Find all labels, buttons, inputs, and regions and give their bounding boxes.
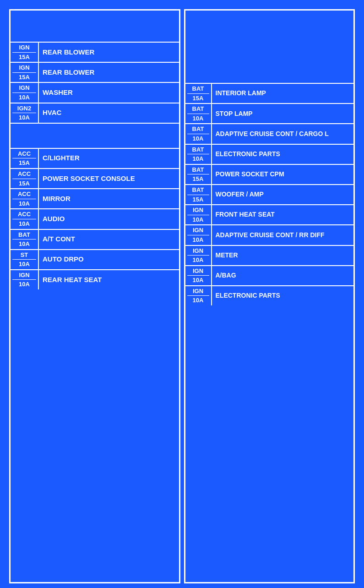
label-cell: ELECTRONIC PARTS: [212, 286, 354, 305]
code-cell: BAT10A: [11, 230, 39, 249]
label-cell: ADAPTIVE CRUISE CONT / RR DIFF: [212, 225, 354, 245]
label-cell: AUTO DRPO: [39, 250, 179, 269]
code-type: IGN: [187, 227, 209, 235]
code-amperage: 10A: [193, 114, 204, 122]
fuse-row: BAT15AINTERIOR LAMP: [185, 84, 354, 104]
fuse-row: IGN10AFRONT HEAT SEAT: [185, 205, 354, 225]
code-type: ACC: [12, 170, 36, 179]
code-cell: ACC15A: [11, 169, 39, 188]
label-cell: REAR BLOWER: [39, 43, 179, 62]
fuse-row: BAT15AWOOFER / AMP: [185, 185, 354, 205]
label-cell: INTERIOR LAMP: [212, 84, 354, 103]
fuse-row: BAT10AADAPTIVE CRUISE CONT / CARGO L: [185, 124, 354, 144]
label-cell: AUDIO: [39, 209, 179, 229]
fuse-label: ADAPTIVE CRUISE CONT / RR DIFF: [216, 231, 325, 240]
code-type: ACC: [12, 211, 36, 219]
code-cell: IGN210A: [11, 103, 39, 123]
code-type: IGN: [12, 272, 36, 280]
code-cell: BAT10A: [185, 145, 212, 164]
fuse-label: REAR BLOWER: [43, 48, 94, 57]
fuse-label: WASHER: [43, 88, 73, 97]
fuse-label: FRONT HEAT SEAT: [216, 211, 275, 219]
code-type: IGN: [187, 267, 209, 276]
fuse-label: ADAPTIVE CRUISE CONT / CARGO L: [216, 130, 329, 138]
code-cell: BAT15A: [185, 84, 212, 103]
fuse-row: IGN210AHVAC: [11, 103, 179, 124]
code-type: ACC: [12, 150, 36, 159]
code-cell: ACC15A: [11, 149, 39, 168]
code-amperage: 10A: [19, 240, 30, 248]
code-cell: IGN10A: [11, 83, 39, 102]
code-amperage: 10A: [193, 235, 204, 244]
code-amperage: 10A: [193, 154, 204, 163]
fuse-row: IGN10AWASHER: [11, 83, 179, 103]
fuse-label: C/LIGHTER: [43, 154, 80, 163]
code-type: IGN: [187, 207, 209, 215]
fuse-label: AUTO DRPO: [43, 255, 84, 264]
fuse-row: ACC10AAUDIO: [11, 209, 179, 229]
fuse-label: METER: [216, 251, 238, 260]
fuse-row: IGN10AADAPTIVE CRUISE CONT / RR DIFF: [185, 225, 354, 245]
empty-row: [11, 124, 179, 149]
fuse-label: REAR BLOWER: [43, 68, 94, 77]
fuse-label: REAR HEAT SEAT: [43, 276, 102, 284]
code-cell: IGN10A: [185, 266, 212, 285]
fuse-row: IGN10AA/BAG: [185, 266, 354, 286]
label-cell: REAR HEAT SEAT: [39, 270, 179, 289]
code-amperage: 15A: [193, 195, 204, 203]
code-cell: BAT15A: [185, 185, 212, 204]
code-amperage: 10A: [193, 276, 204, 284]
code-type: ST: [12, 251, 36, 260]
fuse-row: IGN10AMETER: [185, 246, 354, 266]
right-column: BAT15AINTERIOR LAMPBAT10ASTOP LAMPBAT10A…: [184, 9, 355, 583]
fuse-row: ACC15AC/LIGHTER: [11, 149, 179, 169]
fuse-row: BAT10ASTOP LAMP: [185, 104, 354, 124]
fuse-row: IGN10AREAR HEAT SEAT: [11, 270, 179, 289]
code-type: IGN: [187, 288, 209, 296]
code-type: IGN2: [12, 105, 36, 114]
fuse-label: POWER SOCKET CONSOLE: [43, 174, 135, 183]
label-cell: POWER SOCKET CPM: [212, 165, 354, 184]
label-cell: ADAPTIVE CRUISE CONT / CARGO L: [212, 124, 354, 143]
fuse-row: BAT10AELECTRONIC PARTS: [185, 145, 354, 165]
fuse-row: IGN15AREAR BLOWER: [11, 43, 179, 63]
code-cell: BAT10A: [185, 104, 212, 123]
fuse-label: A/BAG: [216, 272, 236, 280]
label-cell: A/T CONT: [39, 230, 179, 249]
code-cell: IGN10A: [185, 286, 212, 305]
fuse-label: ELECTRONIC PARTS: [216, 292, 280, 300]
code-cell: IGN10A: [185, 205, 212, 224]
code-type: IGN: [12, 84, 36, 93]
code-type: IGN: [187, 247, 209, 256]
code-type: IGN: [12, 44, 36, 53]
code-cell: ST10A: [11, 250, 39, 269]
fuse-label: A/T CONT: [43, 235, 75, 244]
label-cell: ELECTRONIC PARTS: [212, 145, 354, 164]
fuse-row: ACC10AMIRROR: [11, 189, 179, 209]
code-cell: IGN10A: [185, 225, 212, 245]
fuse-label: POWER SOCKET CPM: [216, 170, 284, 179]
code-amperage: 15A: [19, 179, 30, 187]
label-cell: WOOFER / AMP: [212, 185, 354, 204]
fuse-label: ELECTRONIC PARTS: [216, 150, 280, 158]
code-type: BAT: [187, 146, 209, 155]
code-amperage: 10A: [19, 113, 30, 121]
left-column: IGN15AREAR BLOWERIGN15AREAR BLOWERIGN10A…: [9, 9, 180, 583]
label-cell: C/LIGHTER: [39, 149, 179, 168]
label-cell: METER: [212, 246, 354, 265]
code-cell: IGN10A: [11, 270, 39, 289]
fuse-label: INTERIOR LAMP: [216, 89, 266, 98]
code-amperage: 15A: [19, 53, 30, 61]
code-amperage: 10A: [193, 215, 204, 223]
code-cell: ACC10A: [11, 189, 39, 208]
code-type: BAT: [187, 186, 209, 195]
label-cell: STOP LAMP: [212, 104, 354, 123]
code-amperage: 10A: [19, 219, 30, 228]
label-cell: MIRROR: [39, 189, 179, 208]
fuse-label: AUDIO: [43, 215, 65, 223]
code-type: IGN: [12, 64, 36, 73]
label-cell: WASHER: [39, 83, 179, 102]
code-cell: IGN10A: [185, 246, 212, 265]
code-type: BAT: [187, 85, 209, 94]
fuse-row: ST10AAUTO DRPO: [11, 250, 179, 270]
